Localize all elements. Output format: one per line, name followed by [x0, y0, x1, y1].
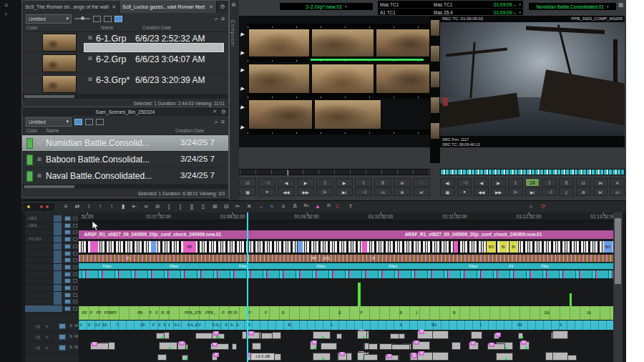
clip-segment[interactable]: 3A — [102, 321, 107, 330]
clip-segment[interactable]: P — [360, 306, 363, 320]
track-monitor-button[interactable] — [64, 237, 71, 242]
clip-segment[interactable]: 371 — [323, 255, 330, 262]
record-arm-button[interactable] — [54, 298, 62, 305]
audio-clip[interactable]: W — [212, 332, 218, 339]
clip-segment[interactable]: PF — [311, 255, 316, 262]
clip-segment[interactable] — [151, 241, 156, 253]
clip-segment[interactable]: Filter — [103, 263, 112, 269]
preset-select[interactable]: Untitled ▾ — [26, 117, 72, 127]
transport-button[interactable]: ⋈ — [593, 178, 608, 187]
transport-button[interactable]: ⇄ — [413, 187, 430, 196]
audio-clip[interactable]: W — [90, 343, 109, 350]
multicam-frame[interactable] — [248, 29, 310, 57]
video-track-header[interactable] — [25, 264, 79, 271]
transport-button[interactable]: ● — [457, 187, 472, 196]
transport-button[interactable]: →| — [258, 178, 275, 187]
track-lock-button[interactable] — [73, 300, 77, 303]
video-track-filters[interactable]: FilterFilterFilterFilterFilterFilterFilF… — [79, 263, 613, 270]
multicam-frame[interactable] — [311, 29, 374, 57]
audio-clip[interactable] — [431, 352, 449, 361]
audio-clip[interactable]: W — [385, 355, 399, 361]
track-lock-button[interactable] — [73, 230, 77, 234]
record-arm-button[interactable] — [54, 278, 62, 284]
audio-clip[interactable] — [182, 355, 188, 361]
transport-button[interactable]: →[ — [355, 187, 372, 196]
audio-clip[interactable] — [452, 342, 461, 350]
clip-segment[interactable]: PPB_375 — [185, 306, 201, 320]
clip-segment[interactable]: 6-4_a*2 — [187, 321, 201, 330]
clip-segment[interactable]: Filter — [469, 263, 477, 269]
transport-button[interactable]: ▶| — [525, 187, 540, 196]
clip-segment[interactable]: Fil — [509, 263, 513, 269]
clip-segment[interactable]: Filter — [389, 263, 397, 269]
chevron-down-icon[interactable]: ▾ — [519, 10, 521, 14]
video-track-header[interactable] — [25, 257, 79, 264]
overwrite-icon[interactable]: ≍ — [141, 202, 151, 211]
transport-button[interactable]: ◀ — [474, 178, 489, 187]
clip-name[interactable]: Numidian Battle.Consolid... — [46, 138, 150, 148]
clip-segment[interactable]: Filter — [170, 263, 178, 269]
record-arm-button[interactable] — [54, 285, 62, 291]
transport-button[interactable]: ▯ — [559, 187, 574, 196]
delete-icon[interactable]: ✕ — [244, 202, 254, 211]
clip-segment[interactable]: 5 — [248, 321, 250, 330]
record-arm-button[interactable] — [25, 305, 62, 312]
clip-segment[interactable]: 1 — [416, 306, 418, 320]
track-monitor-button[interactable] — [64, 306, 71, 311]
track-monitor-button[interactable] — [64, 251, 71, 256]
mark-out-icon[interactable]: ] — [164, 202, 174, 211]
mute-button[interactable]: M — [74, 334, 78, 338]
clip-segment[interactable]: B — [282, 306, 285, 320]
playhead[interactable] — [247, 212, 248, 362]
tab-sc9[interactable]: Sc9_The Roman sh...ange of the wall ✕ — [22, 1, 119, 13]
audio-clip[interactable] — [252, 343, 261, 350]
clip-segment[interactable]: 1 — [479, 321, 482, 330]
bin-title-bar[interactable]: Sam_Scenes_Bin_250324 ✕ ⚙ — [22, 107, 228, 116]
audio-clip[interactable]: W — [338, 353, 347, 361]
clip-segment[interactable]: 1 — [331, 321, 333, 330]
clip-segment[interactable]: B — [288, 321, 291, 330]
clip-segment[interactable]: PPB_ — [205, 306, 215, 320]
clip-segment[interactable]: PF — [112, 306, 117, 320]
video-track-sequence-clip[interactable]: ARSF_R1_v0827_09_240909_20jc_conf_check_… — [79, 230, 613, 239]
record-monitor[interactable]: REC TC: 01:09:09:02 PPB_3920_COMP_M1005 … — [440, 16, 625, 163]
horizontal-scrollbar[interactable] — [22, 94, 228, 99]
transport-button[interactable]: ▶ — [336, 178, 353, 187]
audio-track-lane[interactable]: WWWWWWWW+3.0 dB — [79, 352, 613, 361]
video-track-tan[interactable]: PF371FF — [79, 255, 613, 262]
audio-clip[interactable]: W — [210, 343, 229, 350]
clip-segment[interactable]: RF — [82, 306, 87, 320]
speaker-icon[interactable]: ◁) — [35, 334, 40, 339]
panel-grid-icon[interactable]: ▦ — [618, 2, 624, 8]
clip-segment[interactable] — [454, 241, 458, 253]
solo-button[interactable]: S — [69, 334, 72, 338]
clip-segment[interactable]: 5 — [560, 321, 562, 330]
extract-icon[interactable]: ↑ — [107, 202, 117, 211]
tab-sc6[interactable]: Sc6_Lucius gazes...vast Roman fleet ✕ — [119, 1, 217, 13]
transport-button[interactable]: ◀| — [440, 178, 455, 187]
record-arm-button[interactable] — [54, 264, 62, 270]
clip-segment[interactable]: E — [338, 306, 341, 320]
audio-clip[interactable] — [552, 331, 568, 339]
audio-clip[interactable]: W — [412, 341, 430, 350]
track-monitor-button[interactable] — [64, 258, 71, 263]
waveform-icon[interactable]: ∿ — [45, 334, 49, 339]
loop-icon[interactable]: ⟳ — [538, 202, 548, 211]
audio-clip[interactable]: W — [519, 341, 530, 350]
waveform-icon[interactable]: ≈ — [267, 202, 277, 211]
audio-clip[interactable]: W — [494, 333, 499, 339]
audio-track-lane[interactable]: WWWWWWWWW — [79, 341, 613, 351]
audio-clip[interactable] — [159, 342, 177, 350]
video-track-header[interactable] — [25, 229, 79, 236]
clip-segment[interactable]: P — [150, 306, 152, 320]
size-slider[interactable] — [74, 18, 90, 19]
record-arm-button[interactable] — [54, 222, 62, 229]
audio-clip[interactable] — [321, 343, 337, 350]
text-tool-icon[interactable]: T — [346, 202, 356, 211]
audio-track-lane[interactable]: WWWWW — [79, 331, 613, 340]
clip-segment[interactable]: Filter — [316, 263, 325, 269]
transport-button[interactable]: [ — [542, 178, 557, 187]
disable-icon[interactable]: ⊘ — [152, 202, 162, 211]
trim-icon[interactable]: ⊟ — [221, 202, 231, 211]
track-lock-button[interactable] — [73, 258, 77, 262]
